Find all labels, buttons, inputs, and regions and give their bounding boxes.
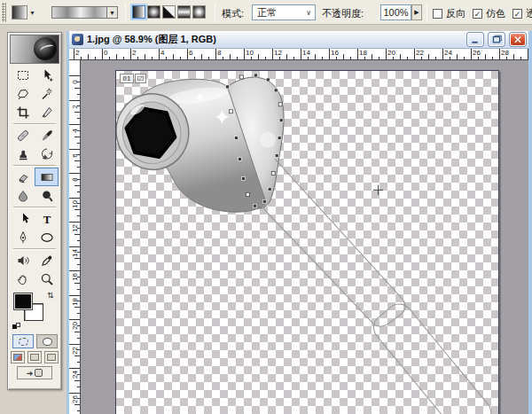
ruler-tick: [435, 57, 436, 60]
path-anchor[interactable]: [241, 176, 245, 180]
ruler-tick: [159, 49, 160, 59]
ruler-tick: [230, 54, 231, 59]
tool-rectangular-marquee[interactable]: [11, 66, 35, 84]
ruler-label: 2: [75, 49, 79, 57]
tool-lasso[interactable]: [11, 84, 35, 103]
path-anchor[interactable]: [278, 137, 281, 140]
document-titlebar[interactable]: 1.jpg @ 58.9% (图层 1, RGB): [69, 31, 528, 49]
fullscreen-button[interactable]: [44, 351, 59, 363]
path-anchor[interactable]: [253, 204, 256, 207]
dither-checkbox[interactable]: ✓: [473, 9, 482, 19]
ruler-tick: [293, 57, 294, 60]
ruler-tick: [350, 57, 351, 60]
tool-eraser[interactable]: [11, 168, 35, 186]
vertical-ruler[interactable]: 02468101214161820222426: [69, 60, 81, 414]
tool-shape[interactable]: [35, 228, 59, 246]
foreground-color-swatch[interactable]: [13, 293, 33, 310]
opacity-input[interactable]: 100%: [380, 4, 411, 20]
default-colors-icon[interactable]: [12, 323, 21, 330]
tool-healing-brush[interactable]: [11, 126, 35, 145]
path-anchor[interactable]: [271, 171, 275, 175]
ruler-tick: [69, 270, 80, 271]
jump-to-imageready-button[interactable]: ➜: [17, 366, 52, 379]
ruler-tick: [74, 332, 80, 332]
ruler-label: 0: [71, 78, 79, 87]
opacity-label: 不透明度:: [322, 7, 364, 20]
reverse-checkbox[interactable]: [433, 9, 442, 19]
toolbox-banner[interactable]: [10, 35, 59, 64]
standard-screen-button[interactable]: [11, 351, 25, 363]
gradient-type-radial[interactable]: [147, 5, 160, 19]
ruler-tick: [77, 94, 81, 95]
path-anchor[interactable]: [225, 85, 229, 89]
path-anchor[interactable]: [275, 154, 278, 158]
ruler-label: 22: [71, 346, 79, 355]
ruler-tick: [69, 100, 80, 101]
path-anchor[interactable]: [268, 187, 271, 191]
ruler-tick: [215, 49, 216, 59]
tool-burn[interactable]: [35, 186, 59, 205]
transparency-checkbox[interactable]: ✓: [512, 9, 522, 19]
ruler-label: 20: [387, 49, 395, 57]
gradient-type-angle[interactable]: [162, 5, 176, 19]
tool-blur[interactable]: [11, 186, 35, 205]
path-anchor[interactable]: [278, 103, 282, 106]
path-anchor[interactable]: [266, 78, 270, 82]
opacity-slider-arrow[interactable]: ▶: [411, 4, 422, 20]
ruler-tick: [69, 368, 80, 369]
swap-colors-icon[interactable]: ⇄: [46, 292, 55, 299]
tool-preset-picker[interactable]: ▼: [12, 4, 39, 21]
tool-zoom[interactable]: [35, 269, 59, 288]
pen-icon: [16, 230, 30, 245]
tool-type[interactable]: T: [35, 209, 59, 228]
ruler-label: 2: [132, 49, 136, 57]
ruler-tick: [166, 57, 167, 60]
pasteboard[interactable]: 01: [81, 60, 528, 414]
blend-mode-select[interactable]: 正常 ∨: [252, 4, 316, 20]
ruler-tick: [372, 54, 372, 59]
fullscreen-menubar-button[interactable]: [27, 351, 42, 363]
ruler-tick: [69, 246, 80, 247]
path-anchor[interactable]: [234, 137, 238, 140]
tool-audio-annotation[interactable]: [11, 251, 35, 269]
tool-pen[interactable]: [11, 228, 35, 246]
gradient-picker-arrow[interactable]: ▼: [106, 6, 118, 19]
handle-shaft-outline: [260, 159, 405, 326]
tool-magic-wand[interactable]: [35, 84, 59, 103]
tool-eyedropper[interactable]: [35, 251, 59, 269]
ruler-tick: [315, 54, 316, 59]
minimize-button[interactable]: [467, 33, 483, 46]
horizontal-ruler[interactable]: 2024681012141618202224262830: [69, 49, 528, 60]
path-anchor[interactable]: [238, 157, 241, 160]
gradient-preview-swatch[interactable]: [51, 6, 106, 19]
tool-brush[interactable]: [35, 126, 59, 145]
standard-mode-button[interactable]: [12, 334, 34, 348]
close-button[interactable]: [510, 33, 526, 46]
gradient-type-diamond[interactable]: [192, 5, 206, 19]
tool-hand[interactable]: [11, 269, 35, 288]
tool-slice[interactable]: [35, 103, 59, 121]
path-anchor[interactable]: [274, 89, 278, 92]
path-anchor[interactable]: [279, 119, 283, 122]
gradient-type-linear[interactable]: [132, 5, 145, 19]
path-anchor[interactable]: [239, 75, 243, 79]
path-anchor[interactable]: [262, 199, 266, 203]
tool-crop[interactable]: [11, 103, 35, 121]
path-anchor[interactable]: [229, 110, 232, 113]
tool-path-selection[interactable]: [11, 209, 35, 228]
gradient-type-reflected[interactable]: [177, 5, 191, 19]
quick-mask-button[interactable]: [36, 334, 58, 348]
path-anchor[interactable]: [246, 192, 249, 196]
dither-label: 仿色: [486, 7, 505, 20]
separator: [426, 3, 427, 22]
canvas[interactable]: 01: [115, 70, 499, 414]
tool-history-brush[interactable]: [35, 145, 59, 163]
path-anchor[interactable]: [254, 74, 257, 77]
restore-button[interactable]: [489, 33, 505, 46]
ruler-tick: [123, 57, 124, 60]
tool-clone-stamp[interactable]: [11, 145, 35, 163]
tool-gradient[interactable]: [35, 168, 59, 186]
tool-move[interactable]: [35, 66, 59, 84]
options-bar-grip[interactable]: [2, 3, 6, 22]
blend-mode-value: 正常: [257, 7, 277, 18]
